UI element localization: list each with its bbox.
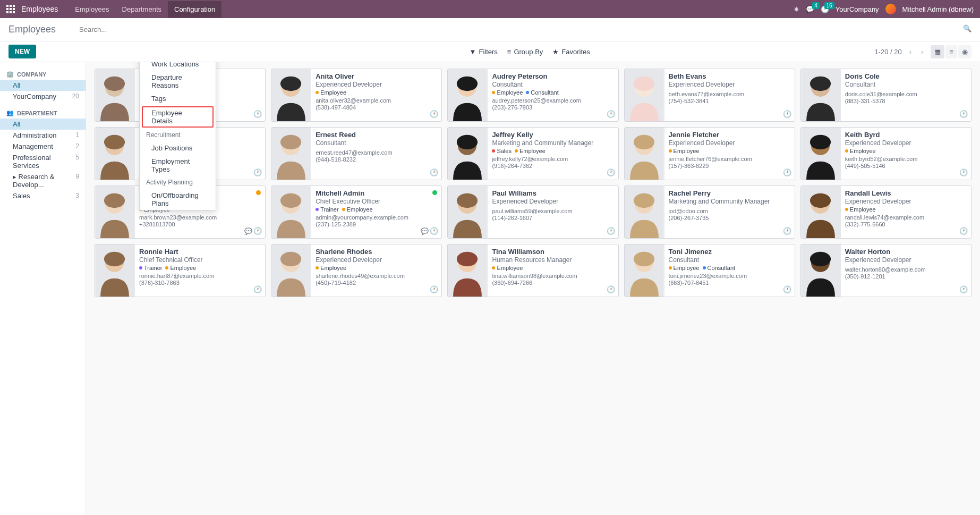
clock-icon[interactable]: 🕐	[430, 110, 438, 118]
employee-card[interactable]: Jennie Fletcher Experienced Developer Em…	[624, 127, 795, 180]
employee-email: ronnie.hart87@example.com	[139, 273, 261, 279]
svg-point-11	[634, 77, 654, 91]
pager-next[interactable]: ›	[919, 48, 925, 56]
sidebar-item[interactable]: Management2	[0, 141, 86, 152]
nav-employees[interactable]: Employees	[69, 1, 115, 18]
view-kanban[interactable]: ▦	[931, 45, 944, 58]
view-list[interactable]: ≡	[945, 45, 957, 58]
employee-title: Consultant	[316, 139, 437, 147]
svg-point-14	[810, 77, 831, 91]
sidebar-item[interactable]: All	[0, 119, 86, 130]
clock-icon[interactable]: 🕐	[783, 110, 791, 118]
clock-icon[interactable]: 🕐	[253, 285, 262, 293]
chat-icon[interactable]: 💬	[421, 227, 429, 235]
nav-configuration[interactable]: Configuration	[168, 1, 221, 18]
sidebar-item[interactable]: ▸ Research & Develop...9	[0, 171, 86, 190]
employee-card[interactable]: Toni Jimenez Consultant EmployeeConsulta…	[624, 244, 795, 297]
search-icon[interactable]: 🔍	[963, 24, 972, 32]
employee-card[interactable]: Ernest Reed Consultant ernest.reed47@exa…	[271, 127, 442, 180]
sidebar: 🏢COMPANY AllYourCompany20 👥DEPARTMENT Al…	[0, 62, 86, 514]
employee-email: randall.lewis74@example.com	[845, 214, 967, 221]
sidebar-item[interactable]: Administration1	[0, 130, 86, 141]
employee-avatar	[448, 244, 488, 297]
menu-item[interactable]: Tags	[140, 92, 216, 105]
employee-card[interactable]: Randall Lewis Experienced Developer Empl…	[800, 185, 972, 239]
clock-icon[interactable]: 🕐	[783, 227, 791, 235]
groupby-button[interactable]: ≡Group By	[507, 48, 543, 56]
menu-header-activity: Activity Planning	[140, 176, 216, 189]
employee-title: Chief Executive Officer	[316, 198, 437, 205]
employee-avatar	[625, 244, 664, 297]
tag: Employee	[669, 148, 700, 154]
menu-item[interactable]: Job Positions	[140, 141, 216, 155]
clock-icon[interactable]: 🕐	[253, 227, 262, 235]
employee-card[interactable]: Ronnie Hart Chief Technical Officer Trai…	[95, 244, 266, 297]
clock-icon[interactable]: 🕐	[607, 285, 615, 293]
filters-button[interactable]: ▼Filters	[470, 48, 498, 56]
svg-point-17	[104, 135, 125, 149]
view-activity[interactable]: ◉	[958, 45, 972, 58]
employee-card[interactable]: Audrey Peterson Consultant EmployeeConsu…	[447, 69, 618, 122]
employee-card[interactable]: Beth Evans Experienced Developer beth.ev…	[624, 69, 795, 122]
pager-prev[interactable]: ‹	[907, 48, 914, 56]
employee-avatar	[625, 128, 664, 180]
sidebar-item[interactable]: Professional Services5	[0, 152, 86, 171]
messages-icon[interactable]: 💬4	[806, 5, 814, 13]
clock-icon[interactable]: 🕐	[959, 168, 968, 176]
svg-point-38	[457, 193, 478, 208]
clock-icon[interactable]: 🕐	[783, 168, 791, 176]
clock-icon[interactable]: 🕐	[253, 168, 262, 176]
clock-icon[interactable]: 🕐	[253, 110, 262, 118]
svg-point-59	[810, 252, 831, 266]
employee-card[interactable]: Keith Byrd Experienced Developer Employe…	[800, 127, 972, 180]
employee-avatar	[448, 69, 488, 121]
favorites-button[interactable]: ★Favorites	[552, 48, 590, 56]
clock-icon[interactable]: 🕐	[430, 285, 438, 293]
employee-card[interactable]: Tina Williamson Human Resources Manager …	[447, 244, 618, 297]
clock-icon[interactable]: 🕐	[783, 285, 791, 293]
nav-departments[interactable]: Departments	[116, 1, 168, 18]
clock-icon[interactable]: 🕐	[607, 227, 615, 235]
employee-card[interactable]: Jeffrey Kelly Marketing and Community Ma…	[447, 127, 618, 180]
clock-icon[interactable]: 🕐	[959, 285, 968, 293]
employee-card[interactable]: Anita Oliver Experienced Developer Emplo…	[271, 69, 442, 122]
sidebar-item[interactable]: YourCompany20	[0, 91, 86, 102]
menu-item[interactable]: Employee Details	[142, 106, 214, 128]
employee-email: jennie.fletcher76@example.com	[669, 156, 790, 162]
tag: Employee	[342, 206, 373, 213]
clock-icon[interactable]: 🕐	[430, 168, 438, 176]
user-avatar[interactable]	[885, 4, 896, 14]
menu-item[interactable]: Work Locations	[140, 62, 216, 71]
menu-item[interactable]: On/Offboarding Plans	[140, 189, 216, 210]
apps-icon[interactable]	[6, 5, 15, 13]
employee-name: Beth Evans	[669, 72, 790, 80]
search-input[interactable]	[77, 23, 972, 36]
tag: Trainer	[316, 206, 338, 213]
clock-icon[interactable]: 🕐	[959, 110, 968, 118]
svg-point-5	[280, 77, 301, 91]
sidebar-item[interactable]: All	[0, 80, 86, 91]
employee-name: Doris Cole	[845, 72, 967, 80]
employee-card[interactable]: Doris Cole Consultant doris.cole31@examp…	[800, 69, 972, 122]
clock-icon[interactable]: 🕐	[430, 227, 438, 235]
clock-icon[interactable]: 🕐	[607, 110, 615, 118]
employee-name: Keith Byrd	[845, 131, 967, 139]
employee-card[interactable]: Rachel Perry Marketing and Community Man…	[624, 185, 795, 239]
employee-card[interactable]: Mitchell Admin Chief Executive Officer T…	[271, 185, 442, 239]
chat-icon[interactable]: 💬	[244, 227, 252, 235]
menu-item[interactable]: Employment Types	[140, 155, 216, 176]
menu-item[interactable]: Departure Reasons	[140, 71, 216, 92]
clock-icon[interactable]: 🕐	[959, 227, 968, 235]
company-name[interactable]: YourCompany	[836, 5, 879, 13]
employee-phone: (206)-267-3735	[669, 215, 790, 221]
employee-card[interactable]: Walter Horton Experienced Developer walt…	[800, 244, 972, 297]
employee-email: jod@odoo.com	[669, 208, 790, 214]
activity-icon[interactable]: 🕐16	[821, 5, 829, 13]
employee-card[interactable]: Sharlene Rhodes Experienced Developer Em…	[271, 244, 442, 297]
bug-icon[interactable]: ✷	[794, 5, 799, 13]
new-button[interactable]: NEW	[8, 45, 36, 58]
clock-icon[interactable]: 🕐	[607, 168, 615, 176]
sidebar-item[interactable]: Sales3	[0, 190, 86, 201]
employee-card[interactable]: Paul Williams Experienced Developer paul…	[447, 185, 618, 239]
user-name[interactable]: Mitchell Admin (dbnew)	[902, 5, 974, 13]
